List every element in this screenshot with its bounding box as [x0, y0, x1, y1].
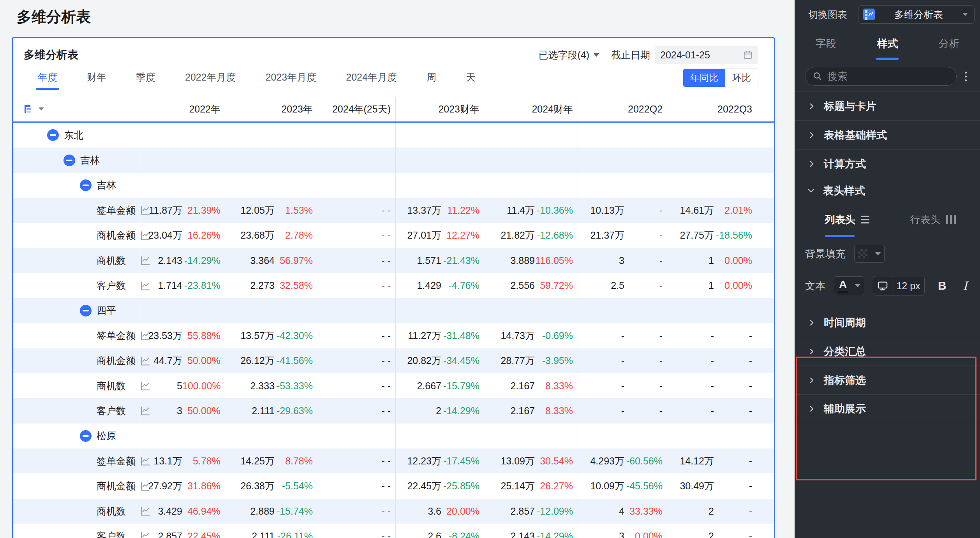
period-tab[interactable]: 财年	[87, 69, 106, 91]
section-标题与卡片[interactable]: 标题与卡片	[795, 91, 980, 120]
period-filter-row: 年度财年季度2022年月度2023年月度2024年月度周天 年同比环比	[38, 69, 758, 90]
data-cell	[317, 148, 395, 172]
period-tab[interactable]: 周	[427, 69, 436, 91]
section-header-style-toggle[interactable]: 表头样式	[795, 178, 980, 203]
cell-percent: 1.53%	[275, 205, 313, 216]
cell-value: 10.13万	[578, 204, 624, 217]
chevron-right-icon	[807, 376, 816, 385]
collapse-icon[interactable]	[80, 305, 92, 316]
search-row: 搜索	[795, 61, 980, 91]
column-header-label: 2023年	[225, 103, 313, 116]
collapse-icon[interactable]	[80, 430, 92, 442]
cell-percent: 50.00%	[182, 405, 220, 417]
period-tab[interactable]: 季度	[136, 69, 155, 91]
trend-icon[interactable]	[139, 404, 152, 417]
panel-tab-字段[interactable]: 字段	[815, 26, 836, 61]
cell-value: - -	[317, 380, 391, 392]
trend-icon[interactable]	[139, 279, 152, 292]
trend-icon[interactable]	[139, 530, 152, 538]
chevron-right-icon	[807, 347, 816, 356]
cell-value: - -	[317, 355, 391, 366]
metric-row-header: 签单金额	[13, 448, 140, 473]
cell-percent: 55.88%	[182, 330, 220, 341]
cell-percent: 56.97%	[275, 255, 313, 266]
trend-icon[interactable]	[139, 204, 152, 217]
section-辅助展示[interactable]: 辅助展示	[795, 394, 980, 423]
cell-value: 4	[578, 506, 624, 517]
panel-tab-分析[interactable]: 分析	[939, 26, 960, 61]
subtab-行表头[interactable]: 行表头	[910, 203, 956, 236]
data-cell: 25.14万26.27%	[484, 473, 578, 498]
cell-value: 10.09万	[578, 480, 624, 492]
more-options-icon[interactable]	[957, 72, 975, 81]
section-分类汇总[interactable]: 分类汇总	[795, 337, 980, 366]
section-计算方式[interactable]: 计算方式	[795, 149, 980, 178]
cell-percent: 8.78%	[275, 455, 313, 467]
group-label: 吉林	[80, 154, 100, 167]
bg-fill-dropdown[interactable]	[854, 245, 885, 263]
cell-percent: -	[624, 230, 663, 241]
compare-option[interactable]: 环比	[725, 69, 758, 87]
cell-value: 2.667	[396, 380, 441, 392]
metric-row-header: 客户数	[13, 398, 140, 423]
panel-tabs: 字段样式分析	[795, 26, 980, 61]
chart-type-dropdown[interactable]: 多维分析表	[858, 5, 975, 24]
cell-percent: 31.86%	[182, 480, 220, 492]
cell-percent: -4.76%	[441, 280, 479, 291]
period-tab[interactable]: 2023年月度	[266, 69, 317, 91]
font-color-dropdown[interactable]: A	[834, 276, 864, 295]
font-color-icon: A	[838, 279, 848, 293]
section-指标筛选[interactable]: 指标筛选	[795, 366, 980, 394]
panel-tab-样式[interactable]: 样式	[877, 26, 898, 61]
trend-icon[interactable]	[139, 354, 152, 367]
data-cell: 44.7万50.00%	[140, 348, 225, 373]
cell-value: 3	[578, 255, 624, 266]
period-tab[interactable]: 天	[466, 69, 476, 91]
metric-row-header: 商机数	[13, 373, 140, 398]
section-list: 时间周期分类汇总指标筛选辅助展示	[795, 308, 980, 423]
period-tabs: 年度财年季度2022年月度2023年月度2024年月度周天	[38, 69, 476, 91]
data-cell: --	[667, 373, 757, 398]
subtab-列表头[interactable]: 列表头	[825, 203, 869, 236]
row-lines-icon	[861, 216, 869, 223]
trend-icon[interactable]	[139, 254, 152, 267]
font-size-value[interactable]: 12 px	[892, 276, 924, 295]
hierarchy-icon[interactable]	[23, 104, 34, 114]
cell-value: 13.37万	[396, 204, 441, 217]
row-filler	[757, 524, 774, 538]
trend-icon[interactable]	[139, 380, 152, 392]
trend-icon[interactable]	[139, 229, 152, 242]
collapse-icon[interactable]	[63, 155, 75, 166]
row-filler	[757, 398, 774, 423]
compare-option[interactable]: 年同比	[683, 69, 725, 87]
cell-percent: 16.26%	[182, 230, 220, 241]
search-input[interactable]: 搜索	[805, 67, 957, 86]
data-cell	[484, 173, 578, 198]
period-tab[interactable]: 年度	[38, 69, 57, 91]
collapse-icon[interactable]	[47, 129, 59, 141]
trend-icon[interactable]	[139, 480, 152, 492]
screen-adapt-button[interactable]	[873, 276, 892, 295]
section-title: 计算方式	[824, 157, 866, 171]
chevron-down-icon	[807, 186, 815, 195]
bold-button[interactable]: B	[938, 279, 947, 292]
section-表格基础样式[interactable]: 表格基础样式	[795, 120, 980, 149]
period-tab[interactable]: 2024年月度	[346, 69, 397, 91]
collapse-icon[interactable]	[80, 179, 92, 191]
chevron-down-icon[interactable]	[39, 107, 44, 111]
section-时间周期[interactable]: 时间周期	[795, 308, 980, 337]
trend-icon[interactable]	[139, 455, 152, 468]
trend-icon[interactable]	[139, 505, 152, 518]
italic-button[interactable]: I	[963, 279, 968, 293]
cell-value: 1	[667, 255, 714, 266]
selected-fields-dropdown[interactable]: 已选字段(4)	[538, 49, 599, 62]
deadline-date-input[interactable]: 2024-01-25	[655, 46, 758, 64]
cell-value: 26.38万	[225, 480, 275, 492]
period-tab[interactable]: 2022年月度	[185, 69, 236, 91]
analysis-card[interactable]: 多维分析表 已选字段(4) 截止日期 2024-01-25	[12, 37, 775, 538]
chevron-down-icon	[875, 252, 881, 255]
data-cell: 4.293万-60.56%	[578, 448, 667, 473]
chevron-right-icon	[807, 318, 816, 327]
trend-icon[interactable]	[139, 329, 152, 342]
data-cell: 11.4万-10.36%	[484, 198, 578, 223]
